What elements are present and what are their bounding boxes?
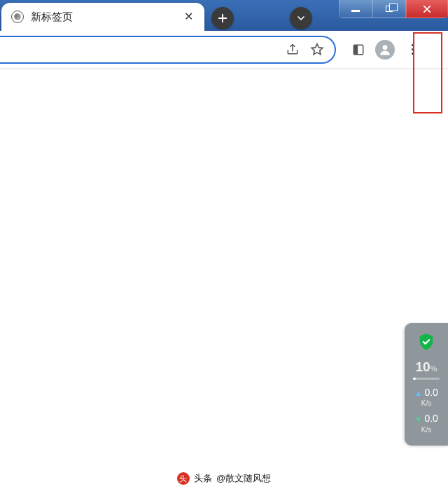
image-attribution: 头 头条 @散文随风想 [0, 472, 448, 485]
tab-title: 新标签页 [31, 11, 174, 24]
toutiao-logo-icon: 头 [177, 472, 190, 485]
window-controls [339, 0, 448, 18]
widget-upload-speed: ▲ 0.0 K/s [409, 387, 444, 408]
address-bar[interactable] [0, 36, 336, 64]
window-minimize-button[interactable] [339, 0, 372, 18]
profile-avatar[interactable] [375, 40, 395, 60]
widget-download-speed: ▼ 0.0 K/s [409, 413, 444, 434]
window-close-button[interactable] [406, 0, 448, 18]
tab-list-button[interactable] [290, 7, 312, 29]
security-widget[interactable]: 10% ▲ 0.0 K/s ▼ 0.0 K/s [405, 323, 448, 446]
widget-percent: 10% [409, 359, 444, 375]
menu-button[interactable] [405, 40, 421, 59]
new-tab-button[interactable] [211, 7, 234, 29]
window-maximize-button[interactable] [372, 0, 406, 18]
widget-percent-unit: % [430, 364, 438, 373]
arrow-down-icon: ▼ [414, 415, 422, 423]
bookmark-star-icon[interactable] [309, 42, 325, 57]
upload-value: 0.0 [424, 387, 438, 398]
browser-tab[interactable]: 新标签页 ✕ [1, 3, 204, 31]
globe-icon [11, 11, 24, 23]
page-content [0, 69, 448, 447]
reading-list-icon[interactable] [351, 43, 365, 57]
widget-percent-value: 10 [416, 359, 430, 374]
shield-check-icon [416, 331, 437, 352]
arrow-up-icon: ▲ [414, 389, 422, 397]
widget-progress-bar [413, 378, 440, 380]
download-unit: K/s [421, 426, 431, 434]
attribution-prefix: 头条 [194, 472, 212, 485]
tab-close-icon[interactable]: ✕ [181, 8, 196, 25]
download-value: 0.0 [424, 413, 438, 424]
tab-strip: 新标签页 ✕ [1, 3, 312, 31]
svg-point-2 [383, 45, 388, 50]
upload-unit: K/s [421, 399, 431, 407]
browser-toolbar [0, 31, 448, 69]
attribution-handle: @散文随风想 [216, 472, 271, 485]
toolbar-right [351, 40, 421, 60]
svg-rect-1 [354, 45, 358, 54]
window-titlebar: 新标签页 ✕ [0, 0, 448, 31]
share-icon[interactable] [286, 43, 300, 57]
